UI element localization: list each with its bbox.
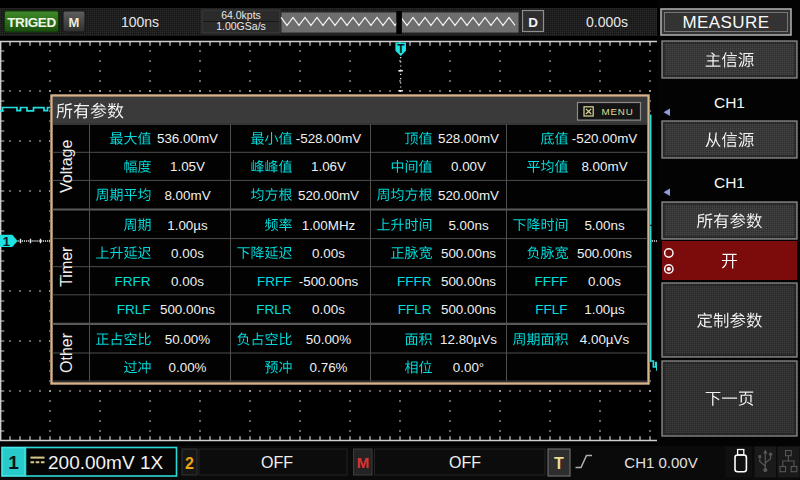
svg-text:0.00°: 0.00° [453, 360, 484, 375]
svg-text:FRFR: FRFR [115, 274, 151, 289]
svg-text:64.0kpts: 64.0kpts [221, 9, 261, 21]
svg-text:4.00µVs: 4.00µVs [580, 332, 630, 347]
svg-text:1: 1 [3, 234, 10, 249]
svg-text:MENU: MENU [601, 106, 633, 117]
svg-text:OFF: OFF [261, 454, 293, 471]
svg-text:FFFR: FFFR [397, 274, 432, 289]
svg-text:1.00GSa/s: 1.00GSa/s [216, 20, 266, 32]
svg-text:FFLR: FFLR [398, 302, 432, 317]
svg-text:1.06V: 1.06V [311, 159, 346, 174]
svg-text:520.00mV: 520.00mV [298, 188, 359, 203]
svg-text:OFF: OFF [449, 454, 481, 471]
svg-text:500.00ns: 500.00ns [441, 246, 496, 261]
svg-text:D: D [528, 15, 538, 30]
svg-text:CH1: CH1 [714, 94, 745, 111]
svg-text:500.00ns: 500.00ns [441, 302, 496, 317]
svg-text:8.00mV: 8.00mV [164, 188, 210, 203]
svg-text:-520.00mV: -520.00mV [572, 131, 638, 146]
svg-text:528.00mV: 528.00mV [438, 131, 499, 146]
svg-text:2: 2 [185, 455, 194, 472]
svg-text:100ns: 100ns [121, 14, 159, 30]
svg-text:12.80µVs: 12.80µVs [440, 332, 497, 347]
svg-text:M: M [69, 15, 80, 30]
svg-text:Voltage: Voltage [58, 140, 75, 193]
svg-text:536.00mV: 536.00mV [157, 131, 218, 146]
svg-text:T: T [554, 455, 564, 472]
svg-text:0.00V: 0.00V [451, 159, 486, 174]
svg-text:1.00MHz: 1.00MHz [302, 218, 356, 233]
svg-text:1.00µs: 1.00µs [584, 302, 625, 317]
svg-text:5.00ns: 5.00ns [448, 218, 489, 233]
svg-text:MEASURE: MEASURE [683, 13, 770, 32]
svg-text:-528.00mV: -528.00mV [296, 131, 362, 146]
svg-text:FRLR: FRLR [256, 302, 292, 317]
svg-text:500.00ns: 500.00ns [577, 246, 632, 261]
svg-text:TRIGED: TRIGED [7, 15, 56, 30]
svg-text:8.00mV: 8.00mV [581, 159, 627, 174]
svg-text:50.00%: 50.00% [165, 332, 211, 347]
svg-text:1.00µs: 1.00µs [167, 218, 208, 233]
svg-text:0.00%: 0.00% [169, 360, 207, 375]
svg-text:Other: Other [58, 332, 75, 373]
svg-text:-500.00ns: -500.00ns [299, 274, 359, 289]
svg-text:0.00s: 0.00s [588, 274, 621, 289]
svg-text:CH1 0.00V: CH1 0.00V [624, 454, 697, 471]
svg-text:FFFF: FFFF [535, 274, 568, 289]
svg-text:M: M [357, 454, 370, 471]
svg-text:200.00mV 1X: 200.00mV 1X [48, 452, 163, 473]
svg-text:0.00s: 0.00s [312, 302, 345, 317]
svg-text:Timer: Timer [58, 246, 75, 287]
svg-text:520.00mV: 520.00mV [438, 188, 499, 203]
svg-text:500.00ns: 500.00ns [441, 274, 496, 289]
svg-text:CH1: CH1 [714, 174, 745, 191]
svg-text:1.05V: 1.05V [170, 159, 205, 174]
svg-text:0.76%: 0.76% [310, 360, 348, 375]
svg-text:1: 1 [8, 452, 19, 473]
svg-text:T: T [397, 42, 405, 56]
svg-text:0.00s: 0.00s [171, 274, 204, 289]
svg-text:FFLF: FFLF [535, 302, 567, 317]
svg-text:50.00%: 50.00% [306, 332, 352, 347]
svg-text:5.00ns: 5.00ns [584, 218, 625, 233]
svg-text:0.000s: 0.000s [586, 14, 628, 30]
svg-text:0.00s: 0.00s [171, 246, 204, 261]
svg-text:0.00s: 0.00s [312, 246, 345, 261]
svg-text:500.00ns: 500.00ns [160, 302, 215, 317]
svg-text:FRLF: FRLF [117, 302, 151, 317]
svg-text:FRFF: FRFF [257, 274, 292, 289]
